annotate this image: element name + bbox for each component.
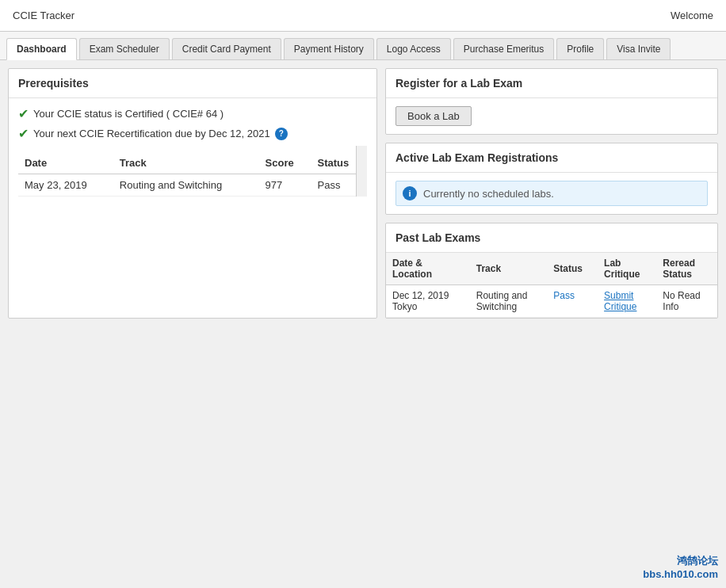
past-labs-status: Pass bbox=[547, 285, 598, 318]
prereq-col-header: Date bbox=[18, 152, 113, 174]
prereq-status-text: Your next CCIE Recertification due by De… bbox=[33, 128, 270, 139]
past-labs-reread: No Read Info bbox=[656, 285, 717, 318]
check-icon: ✔ bbox=[18, 106, 29, 121]
nav-tab-logo-access[interactable]: Logo Access bbox=[376, 38, 451, 59]
nav-tab-purchase-emeritus[interactable]: Purchase Emeritus bbox=[453, 38, 554, 59]
nav-tab-dashboard[interactable]: Dashboard bbox=[6, 38, 77, 60]
nav-tab-credit-card-payment[interactable]: Credit Card Payment bbox=[172, 38, 281, 59]
prereq-table-wrapper: DateTrackScoreStatus May 23, 2019Routing… bbox=[18, 146, 367, 197]
register-title: Register for a Lab Exam bbox=[386, 69, 717, 98]
nav-tab-exam-scheduler[interactable]: Exam Scheduler bbox=[79, 38, 170, 59]
past-labs-track: Routing and Switching bbox=[470, 285, 548, 318]
prereq-table-header: DateTrackScoreStatus bbox=[18, 152, 367, 174]
past-labs-section: Past Lab Exams Date & LocationTrackStatu… bbox=[385, 223, 718, 319]
prereq-status-item: ✔Your next CCIE Recertification due by D… bbox=[18, 126, 367, 141]
past-labs-date-location: Dec 12, 2019 Tokyo bbox=[386, 285, 470, 318]
nav-tab-profile[interactable]: Profile bbox=[556, 38, 604, 59]
past-labs-body: Dec 12, 2019 TokyoRouting and SwitchingP… bbox=[386, 285, 717, 318]
prereq-items: ✔Your CCIE status is Certified ( CCIE# 6… bbox=[18, 106, 367, 141]
book-lab-button[interactable]: Book a Lab bbox=[395, 106, 472, 126]
past-labs-col-header: Reread Status bbox=[656, 253, 717, 285]
prereq-col-header: Track bbox=[113, 152, 259, 174]
prereq-status-text: Your CCIE status is Certified ( CCIE# 64… bbox=[33, 108, 224, 120]
check-icon: ✔ bbox=[18, 126, 29, 141]
nav-tab-visa-invite[interactable]: Visa Invite bbox=[606, 38, 671, 59]
prerequisites-panel: Prerequisites ✔Your CCIE status is Certi… bbox=[8, 68, 377, 319]
prereq-status-item: ✔Your CCIE status is Certified ( CCIE# 6… bbox=[18, 106, 367, 121]
past-labs-col-header: Track bbox=[470, 253, 548, 285]
prereq-table: DateTrackScoreStatus May 23, 2019Routing… bbox=[18, 152, 367, 197]
past-labs-col-header: Lab Critique bbox=[598, 253, 656, 285]
scrollbar[interactable] bbox=[356, 146, 367, 197]
register-section: Register for a Lab Exam Book a Lab bbox=[385, 68, 718, 135]
no-labs-text: Currently no scheduled labs. bbox=[423, 188, 554, 200]
no-labs-info: i Currently no scheduled labs. bbox=[395, 181, 708, 206]
nav-bar: DashboardExam SchedulerCredit Card Payme… bbox=[0, 32, 726, 60]
past-labs-table: Date & LocationTrackStatusLab CritiqueRe… bbox=[386, 253, 717, 318]
past-labs-title: Past Lab Exams bbox=[386, 223, 717, 253]
prerequisites-title: Prerequisites bbox=[9, 69, 376, 98]
past-labs-header: Date & LocationTrackStatusLab CritiqueRe… bbox=[386, 253, 717, 285]
prereq-col-header: Score bbox=[259, 152, 311, 174]
right-panel: Register for a Lab Exam Book a Lab Activ… bbox=[385, 68, 718, 319]
table-row: May 23, 2019Routing and Switching977Pass bbox=[18, 174, 367, 197]
table-cell: 977 bbox=[259, 174, 311, 197]
past-labs-col-header: Date & Location bbox=[386, 253, 470, 285]
info-icon[interactable]: ? bbox=[275, 128, 288, 140]
info-icon: i bbox=[403, 186, 417, 200]
nav-tab-payment-history[interactable]: Payment History bbox=[284, 38, 374, 59]
table-cell: May 23, 2019 bbox=[18, 174, 113, 197]
active-registrations-title: Active Lab Exam Registrations bbox=[386, 143, 717, 173]
table-cell: Routing and Switching bbox=[113, 174, 259, 197]
app-title: CCIE Tracker bbox=[13, 10, 75, 21]
welcome-text: Welcome bbox=[671, 10, 713, 21]
past-labs-critique[interactable]: Submit Critique bbox=[598, 285, 656, 318]
active-registrations-section: Active Lab Exam Registrations i Currentl… bbox=[385, 143, 718, 215]
prereq-table-body: May 23, 2019Routing and Switching977Pass bbox=[18, 174, 367, 197]
past-labs-col-header: Status bbox=[547, 253, 598, 285]
table-row: Dec 12, 2019 TokyoRouting and SwitchingP… bbox=[386, 285, 717, 318]
